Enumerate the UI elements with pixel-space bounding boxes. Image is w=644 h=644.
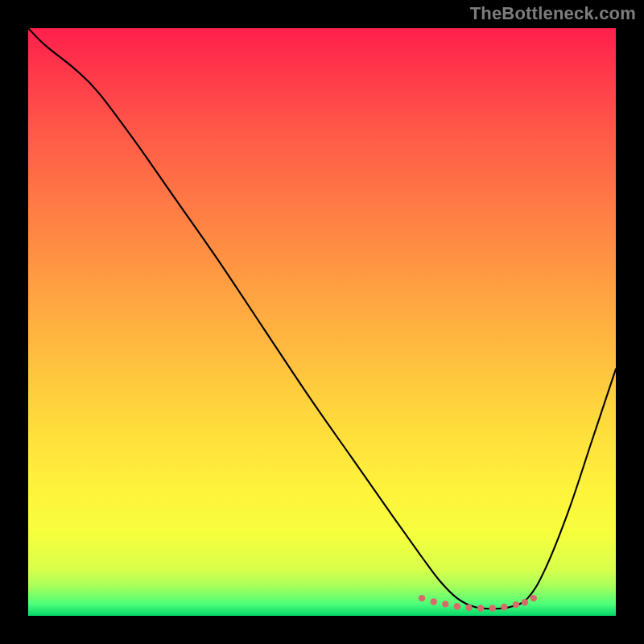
plot-area — [28, 28, 616, 616]
curve-svg — [28, 28, 616, 616]
highlight-dot — [419, 595, 425, 601]
highlight-dot — [454, 603, 460, 609]
highlight-dot — [431, 598, 437, 605]
highlight-dots — [419, 595, 537, 612]
chart-canvas: TheBottleneck.com — [0, 0, 644, 644]
highlight-dot — [522, 599, 528, 605]
highlight-dot — [501, 604, 507, 610]
watermark-text: TheBottleneck.com — [470, 3, 636, 24]
highlight-dot — [513, 601, 519, 608]
highlight-dot — [530, 595, 537, 601]
bottleneck-curve — [28, 28, 616, 609]
highlight-dot — [477, 605, 484, 611]
highlight-dot — [489, 605, 496, 611]
highlight-dot — [465, 605, 472, 611]
highlight-dot — [442, 601, 448, 607]
